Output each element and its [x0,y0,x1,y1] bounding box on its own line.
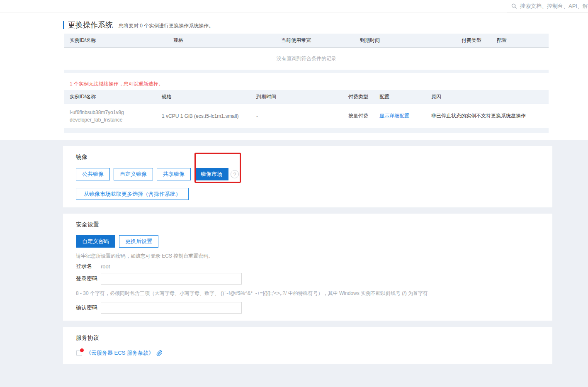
global-search-input[interactable]: 搜索文档、控制台、API、解决 [507,0,588,12]
instance-id: i-uf6flnbsub38m7yo1v8g [70,109,162,116]
col-expire: 到期时间 [256,93,348,100]
agreement-row: 《云服务器 ECS 服务条款》 [76,349,163,357]
empty-state-text: 没有查询到符合条件的记录 [277,55,336,62]
selected-instances-table: 实例ID/名称 规格 当前使用带宽 到期时间 付费类型 配置 没有查询到符合条件… [64,34,549,73]
password-note: 请牢记您所设置的密码，如遗忘可登录 ECS 控制台重置密码。 [76,253,213,260]
tab-public-image[interactable]: 公共镜像 [76,168,110,180]
col-spec: 规格 [162,93,256,100]
selected-table-header: 实例ID/名称 规格 当前使用带宽 到期时间 付费类型 配置 [64,34,549,48]
col-billing: 付费类型 [348,93,379,100]
show-config-link[interactable]: 显示详细配置 [379,113,409,119]
cell-spec: 1 vCPU 1 GiB (ecs.t5-lc1m1.small) [162,113,256,119]
col-instance-id: 实例ID/名称 [70,37,173,44]
instance-name: developer_lab_Instance [70,116,162,124]
terms-checkbox[interactable] [76,350,82,356]
col-spec: 规格 [173,37,281,44]
image-type-tabs: 公共镜像 自定义镜像 共享镜像 镜像市场 [76,168,228,180]
login-name-value: root [101,263,110,270]
col-config: 配置 [379,93,431,100]
page-header: 更换操作系统 您将要对 0 个实例进行更换操作系统操作。 [63,20,214,30]
paperclip-icon[interactable] [156,350,163,356]
blocked-instances-table: 实例ID/名称 规格 到期时间 付费类型 配置 原因 i-uf6flnbsub3… [64,90,549,133]
top-bar: 搜索文档、控制台、API、解决 [0,0,588,12]
col-expire: 到期时间 [360,37,462,44]
password-input[interactable] [101,273,242,285]
agreement-section-title: 服务协议 [76,334,99,342]
login-name-row: 登录名 root [76,263,110,270]
password-mode-tabs: 自定义密码 更换后设置 [76,235,158,248]
search-placeholder: 搜索文档、控制台、API、解决 [520,2,588,10]
tab-shared-image[interactable]: 共享镜像 [157,168,191,180]
image-section-card: 镜像 公共镜像 自定义镜像 共享镜像 镜像市场 ? 从镜像市场获取更多选择（含操… [63,146,552,207]
password-hint: 8 - 30 个字符，必须同时包含三项（大写字母、小写字母、数字、 ()`~!@… [76,290,428,297]
required-dot [80,348,84,352]
confirm-password-input[interactable] [101,302,242,314]
security-section-card: 安全设置 自定义密码 更换后设置 请牢记您所设置的密码，如遗忘可登录 ECS 控… [63,214,552,321]
cell-instance-id: i-uf6flnbsub38m7yo1v8g developer_lab_Ins… [70,109,162,124]
confirm-password-label: 确认密码 [76,304,101,312]
terms-link[interactable]: 《云服务器 ECS 服务条款》 [86,349,154,357]
tab-custom-image[interactable]: 自定义镜像 [114,168,153,180]
tab-image-marketplace[interactable]: 镜像市场 [194,168,228,180]
cell-billing: 按量付费 [348,112,379,119]
tab-set-after-change[interactable]: 更换后设置 [119,235,158,248]
selected-table-body: 没有查询到符合条件的记录 [64,48,549,70]
password-row: 登录密码 [76,273,242,285]
blocked-table-header: 实例ID/名称 规格 到期时间 付费类型 配置 原因 [64,90,549,104]
tab-custom-password[interactable]: 自定义密码 [76,235,115,248]
col-bandwidth: 当前使用带宽 [281,37,360,44]
col-billing: 付费类型 [462,37,497,44]
col-reason: 原因 [431,93,549,100]
help-icon[interactable]: ? [231,170,239,178]
col-instance-id: 实例ID/名称 [70,93,162,100]
cell-config: 显示详细配置 [379,112,431,119]
security-section-title: 安全设置 [76,221,99,229]
cell-expire: - [256,113,348,119]
screen: 搜索文档、控制台、API、解决 更换操作系统 您将要对 0 个实例进行更换操作系… [0,0,588,387]
image-section-title: 镜像 [76,153,87,161]
table-row: i-uf6flnbsub38m7yo1v8g developer_lab_Ins… [64,104,549,128]
page-subtitle: 您将要对 0 个实例进行更换操作系统操作。 [119,22,214,29]
col-config: 配置 [497,37,549,44]
marketplace-more-button[interactable]: 从镜像市场获取更多选择（含操作系统） [76,188,189,200]
page-title: 更换操作系统 [68,20,113,30]
login-name-label: 登录名 [76,263,101,270]
search-icon [511,3,517,9]
password-label: 登录密码 [76,275,101,282]
cell-reason: 非已停止状态的实例不支持更换系统盘操作 [431,112,549,119]
agreement-section-card: 服务协议 《云服务器 ECS 服务条款》 [63,327,552,364]
confirm-password-row: 确认密码 [76,302,242,314]
blocked-warning-text: 1 个实例无法继续操作，您可以重新选择。 [70,80,163,88]
title-accent-bar [63,21,64,29]
